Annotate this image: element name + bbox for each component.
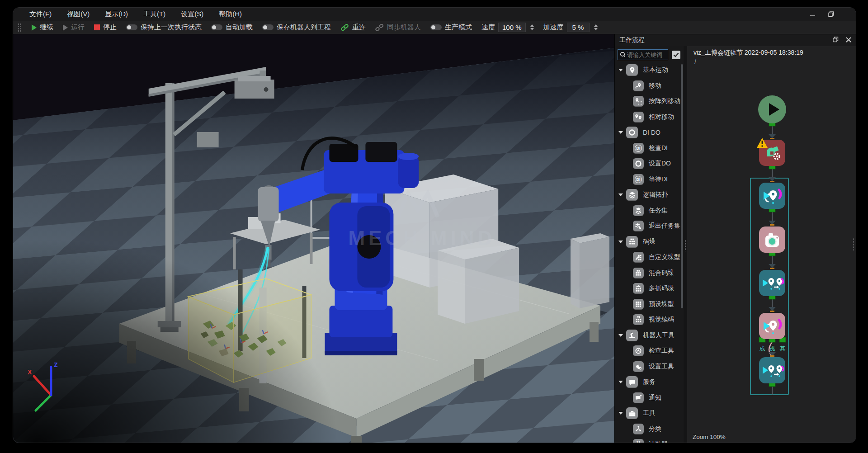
tree-item-classify[interactable]: 分类 — [615, 421, 684, 437]
logic-topology-icon — [626, 189, 638, 201]
continue-button[interactable]: 继续 — [32, 23, 53, 32]
tree-item-notify[interactable]: 通知 — [615, 390, 684, 406]
speed-input[interactable]: 100 % — [498, 23, 526, 32]
caret-down-icon[interactable] — [618, 69, 623, 71]
check-icon — [673, 52, 679, 57]
mixed-pallet-icon — [633, 268, 644, 278]
save-robot-toggle[interactable]: 保存机器人到工程 — [262, 23, 331, 32]
caret-down-icon[interactable] — [618, 381, 623, 383]
tree-item-custom-pallet[interactable]: 自定义垛型 — [615, 250, 684, 265]
sync-robot-button[interactable]: 同步机器人 — [375, 23, 421, 32]
menu-help[interactable]: 帮助(H) — [219, 10, 242, 19]
tree-group-di-do[interactable]: DI DO — [615, 125, 684, 141]
tree-item-task-set[interactable]: 任务集 — [615, 203, 684, 219]
caret-down-icon[interactable] — [618, 334, 623, 337]
start-node[interactable] — [758, 95, 786, 123]
caret-down-icon[interactable] — [618, 241, 623, 243]
stop-button[interactable]: 停止 — [94, 23, 117, 32]
tree-item-wait-di[interactable]: DI等待DI — [615, 172, 684, 188]
menu-display[interactable]: 显示(D) — [105, 10, 128, 19]
array-move-icon — [633, 96, 644, 107]
tree-item-set-tool[interactable]: 设置工具 — [615, 359, 684, 375]
tree-item-check-di[interactable]: DI检查DI — [615, 141, 684, 156]
tree-group-logic-topology[interactable]: 逻辑拓扑 — [615, 187, 684, 203]
speed-stepper[interactable] — [530, 24, 534, 30]
tree-item-array-move[interactable]: 按阵列移动 — [615, 94, 684, 109]
services-icon — [626, 376, 638, 388]
reconnect-button[interactable]: 重连 — [340, 23, 366, 32]
tree-item-mixed-pallet[interactable]: 混合码垛 — [615, 265, 684, 281]
tree-item-set-do[interactable]: 设置DO — [615, 156, 684, 172]
relative-move-node[interactable] — [759, 270, 785, 296]
accel-label: 加速度 — [543, 23, 564, 32]
branch-label-success: 成 — [759, 345, 766, 353]
production-toggle[interactable]: 生产模式 — [430, 23, 472, 32]
restore-icon[interactable] — [828, 11, 834, 17]
caret-down-icon[interactable] — [618, 193, 623, 196]
workflow-canvas[interactable]: viz_工博会链轨节 2022-09-05 18:38:19 / — [687, 46, 856, 443]
tree-item-counter[interactable]: 12 34计数器 — [615, 437, 684, 443]
tree-group-basic-motion[interactable]: 基本运动 — [615, 62, 684, 78]
close-panel-icon[interactable] — [846, 37, 851, 44]
move-node[interactable] — [759, 183, 785, 209]
tree-item-preset-pallet[interactable]: 预设垛型 — [615, 297, 684, 312]
toolbar-drag-handle[interactable] — [18, 23, 21, 32]
run-icon — [63, 24, 68, 31]
play-icon — [32, 24, 37, 31]
toggle-icon — [126, 24, 137, 30]
caret-down-icon[interactable] — [618, 131, 623, 134]
axis-z-label: Z — [54, 361, 58, 368]
move-icon — [759, 183, 785, 209]
move-branch-node[interactable] — [759, 313, 785, 339]
minimize-icon[interactable] — [810, 11, 816, 17]
tree-item-relative-move[interactable]: 相对移动 — [615, 109, 684, 125]
robot-tools-icon — [626, 330, 638, 341]
accel-input[interactable]: 5 % — [567, 23, 590, 32]
tree-item-check-tool[interactable]: 检查工具 — [615, 343, 684, 359]
tree-group-palletizing[interactable]: 码垛 — [615, 234, 684, 250]
set-do-icon — [633, 158, 644, 169]
tree-group-services[interactable]: 服务 — [615, 374, 684, 390]
di-do-icon — [626, 127, 638, 138]
tree-scrollbar[interactable] — [681, 64, 683, 308]
viewport-3d[interactable]: MECH MIND Z X — [13, 34, 614, 443]
tools-icon — [626, 407, 638, 419]
menu-file[interactable]: 文件(F) — [29, 10, 52, 19]
tree-group-robot-tools[interactable]: 机器人工具 — [615, 328, 684, 344]
menu-tools[interactable]: 工具(T) — [143, 10, 165, 19]
broken-link-icon — [375, 24, 384, 31]
wait-di-icon: DI — [633, 174, 644, 185]
relative-move-node-2[interactable] — [759, 357, 785, 383]
tree-item-vision-stack[interactable]: 视觉续码 — [615, 312, 684, 328]
exit-task-set-icon — [633, 221, 644, 231]
run-button[interactable]: 运行 — [63, 23, 85, 32]
filter-checkbox[interactable] — [672, 51, 680, 59]
workflow-panel: 工作流程 — [614, 34, 856, 443]
task-set-icon — [633, 205, 644, 216]
vision-stack-icon — [633, 314, 644, 325]
caret-down-icon[interactable] — [618, 412, 623, 415]
panel-splitter[interactable] — [684, 46, 687, 443]
canvas-edge-handle[interactable] — [853, 238, 854, 250]
tree-group-tools[interactable]: 工具 — [615, 406, 684, 421]
search-input[interactable] — [627, 52, 666, 58]
tree-item-move[interactable]: 移动 — [615, 78, 684, 94]
camera-icon — [759, 226, 785, 253]
set-tool-error-node[interactable] — [759, 140, 785, 166]
scene-3d: MECH MIND Z X — [13, 34, 614, 443]
tree-item-exit-task-set[interactable]: 退出任务集 — [615, 218, 684, 234]
menu-view[interactable]: 视图(V) — [67, 10, 90, 19]
menu-settings[interactable]: 设置(S) — [181, 10, 203, 19]
accel-stepper[interactable] — [594, 24, 598, 30]
tree-item-multi-pick-pallet[interactable]: 多抓码垛 — [615, 281, 684, 297]
autoload-toggle[interactable]: 自动加载 — [211, 23, 253, 32]
accel-control: 加速度 5 % — [543, 23, 598, 32]
set-tool-icon — [633, 361, 644, 372]
vision-look-node[interactable] — [759, 226, 785, 253]
basic-motion-icon — [626, 64, 638, 76]
keep-state-toggle[interactable]: 保持上一次执行状态 — [126, 23, 202, 32]
search-box[interactable] — [618, 49, 668, 60]
float-panel-icon[interactable] — [833, 37, 839, 44]
palletizing-icon — [626, 236, 638, 248]
check-di-icon: DI — [633, 143, 644, 154]
